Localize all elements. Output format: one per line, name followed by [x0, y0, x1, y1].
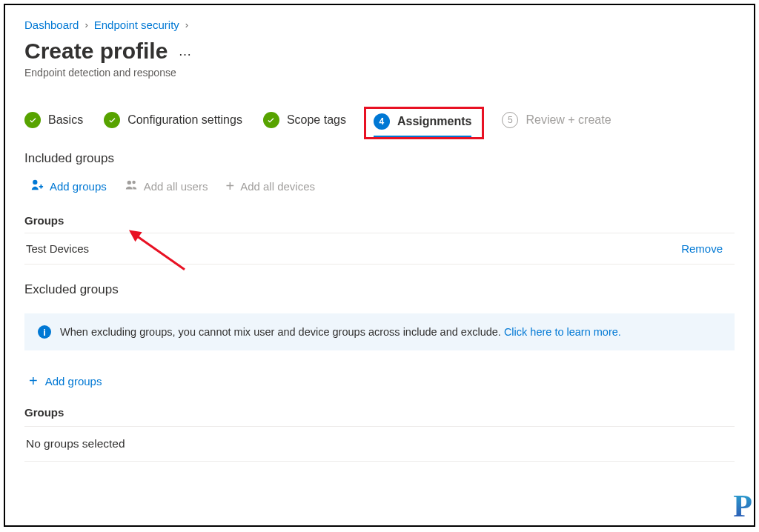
breadcrumb: Dashboard › Endpoint security › [24, 19, 735, 31]
step-review-create: 5 Review + create [502, 112, 611, 134]
included-groups-heading: Included groups [24, 151, 735, 166]
add-excluded-groups-button[interactable]: + Add groups [29, 373, 735, 390]
info-banner: i When excluding groups, you cannot mix … [24, 313, 735, 350]
chevron-right-icon: › [84, 19, 87, 30]
page-subtitle: Endpoint detection and response [24, 67, 735, 79]
group-name: Test Devices [26, 242, 89, 255]
excluded-groups-heading: Excluded groups [24, 282, 735, 297]
page-title: Create profile [24, 39, 168, 64]
wizard-stepper: Basics Configuration settings Scope tags… [24, 111, 735, 135]
plus-icon: + [225, 178, 234, 195]
info-text: When excluding groups, you cannot mix us… [60, 326, 504, 338]
groups-label: Groups [24, 214, 735, 227]
breadcrumb-endpoint-security[interactable]: Endpoint security [94, 19, 179, 31]
step-number-icon: 5 [502, 112, 518, 128]
remove-group-link[interactable]: Remove [681, 242, 723, 255]
check-icon [263, 112, 279, 128]
step-configuration-settings[interactable]: Configuration settings [104, 112, 242, 134]
learn-more-link[interactable]: Click here to learn more. [504, 326, 621, 338]
info-icon: i [38, 325, 51, 339]
action-label: Add groups [50, 180, 107, 193]
check-icon [104, 112, 120, 128]
step-number-icon: 4 [374, 113, 390, 130]
more-menu-icon[interactable]: … [178, 44, 193, 59]
watermark-logo: P [733, 488, 752, 524]
breadcrumb-dashboard[interactable]: Dashboard [24, 19, 79, 31]
add-all-devices-button[interactable]: + Add all devices [225, 175, 315, 198]
people-icon [125, 179, 138, 194]
add-all-users-button[interactable]: Add all users [125, 176, 208, 197]
step-label: Basics [48, 113, 83, 127]
step-label: Configuration settings [127, 113, 242, 127]
action-label: Add all users [144, 180, 208, 193]
step-label: Assignments [397, 115, 471, 128]
add-groups-button[interactable]: Add groups [30, 176, 107, 197]
chevron-right-icon: › [185, 19, 188, 30]
step-label: Scope tags [287, 113, 346, 127]
action-label: Add groups [45, 375, 102, 388]
step-basics[interactable]: Basics [24, 112, 83, 134]
groups-label: Groups [24, 406, 735, 419]
annotation-highlight: 4 Assignments [364, 107, 484, 139]
step-assignments[interactable]: 4 Assignments [374, 113, 471, 136]
no-groups-selected: No groups selected [24, 427, 735, 462]
person-add-icon [30, 179, 44, 194]
check-icon [24, 112, 41, 128]
step-label: Review + create [526, 113, 611, 127]
step-scope-tags[interactable]: Scope tags [263, 112, 346, 134]
action-label: Add all devices [240, 180, 315, 193]
plus-icon: + [29, 373, 38, 390]
